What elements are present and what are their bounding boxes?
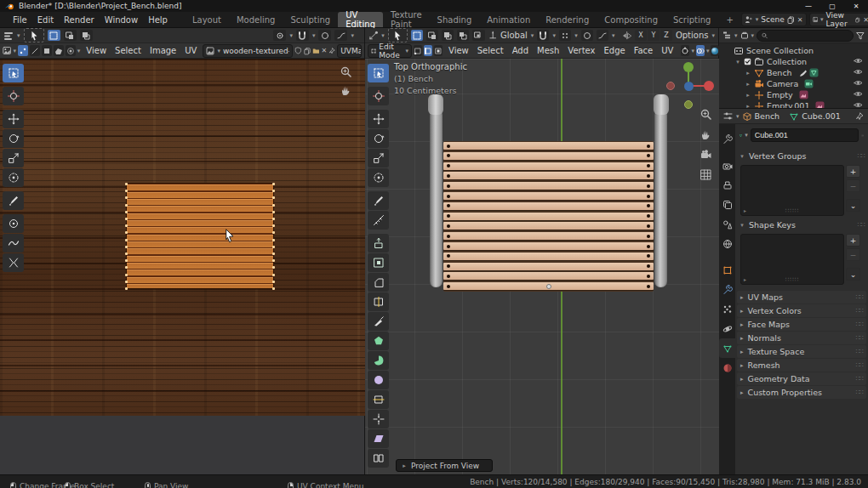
properties-tab-render[interactable]	[719, 156, 735, 175]
vp-scale-tool[interactable]	[368, 149, 389, 167]
new-scene-icon[interactable]	[787, 16, 795, 24]
viewport-menu-face[interactable]: Face	[630, 46, 658, 55]
outliner-item-empty-001[interactable]: ▸Empty.001	[719, 100, 868, 109]
bench-slat[interactable]	[443, 232, 654, 240]
vp-annotate-tool[interactable]	[368, 191, 389, 210]
image-data-icon[interactable]	[799, 90, 808, 99]
chevron-down-icon[interactable]: ▾	[17, 32, 20, 39]
bench-slat[interactable]	[443, 253, 654, 260]
tab-uv-editing[interactable]: UV Editing	[338, 12, 383, 27]
tab-rendering[interactable]: Rendering	[538, 12, 597, 27]
panel-texture-space[interactable]: ▸Texture Space∷∷	[737, 345, 866, 358]
tab-sculpting[interactable]: Sculpting	[283, 12, 338, 27]
tab-animation[interactable]: Animation	[479, 12, 538, 27]
viewport-shading-button[interactable]	[711, 45, 719, 56]
bench-slat[interactable]	[443, 263, 654, 270]
pin-icon[interactable]	[328, 47, 335, 55]
delete-scene-icon[interactable]: ✕	[797, 16, 803, 24]
uv-annotate-tool[interactable]	[3, 191, 24, 210]
edge-select-button[interactable]	[424, 45, 432, 56]
properties-tab-view-layer[interactable]	[719, 195, 735, 214]
navigation-gizmo[interactable]	[665, 60, 714, 110]
disclosure-icon[interactable]: ▸	[745, 81, 751, 88]
panel-geometry-data[interactable]: ▸Geometry Data∷∷	[737, 372, 866, 385]
gizmo-z-axis[interactable]	[684, 82, 694, 91]
viewport-canvas[interactable]: Top Orthographic (1) Bench 10 Centimeter…	[365, 59, 719, 474]
pivot-point-icon[interactable]	[559, 30, 571, 41]
camera-view-icon[interactable]	[697, 146, 714, 163]
panel-uv-maps[interactable]: ▸UV Maps∷∷	[737, 291, 866, 304]
active-tool-button[interactable]	[24, 28, 44, 43]
bench-slat[interactable]	[443, 162, 654, 170]
panel-vertex-colors[interactable]: ▸Vertex Colors∷∷	[737, 304, 866, 317]
operator-panel[interactable]: ▸ Project From View	[396, 459, 493, 472]
remove-vertex-group-button[interactable]: −	[846, 179, 860, 192]
select-mode-invert-button[interactable]	[457, 30, 469, 41]
new-image-icon[interactable]	[304, 47, 311, 55]
menu-help[interactable]: Help	[143, 15, 173, 25]
vp-smooth-tool[interactable]	[368, 371, 389, 389]
chevron-down-icon[interactable]: ▾	[13, 48, 16, 54]
select-mode-subtract-button[interactable]	[442, 30, 454, 41]
show-overlays-button[interactable]	[696, 45, 705, 56]
vp-poly-build-tool[interactable]	[368, 332, 389, 350]
panel-normals[interactable]: ▸Normals∷∷	[737, 332, 866, 344]
viewport-menu-edge[interactable]: Edge	[599, 46, 629, 55]
properties-tab-output[interactable]	[719, 175, 735, 195]
vp-bevel-tool[interactable]	[368, 273, 389, 292]
view-layer-selector[interactable]: ▾ View Layer ✕	[809, 13, 868, 26]
outliner-item-bench[interactable]: ▸Bench	[719, 67, 868, 78]
panel-remesh[interactable]: ▸Remesh∷∷	[737, 359, 866, 372]
shape-key-specials-button[interactable]: ⌄	[846, 268, 860, 281]
properties-tab-object-data[interactable]	[719, 338, 735, 358]
properties-tab-modifiers[interactable]	[719, 280, 735, 299]
properties-tab-particles[interactable]	[719, 299, 735, 319]
vp-shear-tool[interactable]	[368, 429, 389, 448]
vp-loop-cut-tool[interactable]	[368, 292, 389, 311]
mirror-z-button[interactable]: Z	[660, 30, 672, 41]
maximize-button[interactable]: ▢	[820, 0, 844, 12]
bench-slat[interactable]	[443, 202, 654, 210]
vertex-select-button[interactable]	[414, 45, 422, 56]
options-label[interactable]: Options	[676, 31, 709, 40]
uv-editor-type-icon[interactable]	[3, 45, 11, 56]
unlink-image-icon[interactable]: ✕	[322, 47, 328, 54]
outliner-item-camera[interactable]: ▸Camera	[719, 78, 868, 89]
filter-funnel-icon[interactable]	[856, 31, 865, 40]
uv-grab-tool[interactable]	[3, 214, 24, 233]
close-button[interactable]: ✕	[844, 0, 868, 12]
properties-tab-world[interactable]	[719, 234, 735, 253]
outliner-search[interactable]	[757, 30, 854, 42]
gizmo-y-neg-axis[interactable]	[684, 100, 693, 109]
datablock-name-input[interactable]	[751, 128, 859, 142]
uv-move-tool[interactable]	[3, 110, 24, 128]
uv-transform-tool[interactable]	[3, 168, 24, 187]
properties-tab-physics[interactable]	[719, 319, 735, 338]
uv-menu-uv[interactable]: UV	[180, 46, 201, 55]
vp-spin-tool[interactable]	[368, 351, 389, 370]
uv-menu-select[interactable]: Select	[111, 46, 146, 55]
disclosure-icon[interactable]: ▸	[745, 70, 751, 77]
panel-face-maps[interactable]: ▸Face Maps∷∷	[737, 318, 866, 331]
bench-slat[interactable]	[443, 213, 654, 220]
visibility-eye-icon[interactable]	[854, 79, 863, 87]
zoom-icon[interactable]	[697, 105, 714, 122]
collection-checkbox[interactable]	[744, 58, 751, 65]
vp-shrink-fatten-tool[interactable]	[368, 410, 389, 428]
uv-menu-view[interactable]: View	[82, 46, 111, 55]
uv-island-selected[interactable]	[126, 183, 274, 289]
outliner-item-scene-collection[interactable]: Scene Collection	[719, 45, 868, 56]
camera-data-icon[interactable]	[804, 79, 814, 88]
pan-hand-icon[interactable]	[697, 126, 714, 143]
orthographic-grid-icon[interactable]	[697, 166, 714, 183]
scene-selector[interactable]: ▾ Scene ✕	[741, 13, 807, 26]
properties-tab-material[interactable]	[719, 358, 735, 377]
select-mode-set-button[interactable]	[411, 30, 423, 41]
vp-transform-tool[interactable]	[368, 168, 389, 187]
image-selector[interactable]: ▾ wooden-textured-b...	[203, 44, 293, 58]
bench-leg-left[interactable]	[430, 109, 443, 287]
properties-tab-scene[interactable]	[719, 214, 735, 234]
new-view-layer-icon[interactable]	[855, 16, 860, 24]
bench-slats-mesh[interactable]	[443, 141, 654, 292]
open-image-folder-icon[interactable]	[312, 47, 320, 55]
